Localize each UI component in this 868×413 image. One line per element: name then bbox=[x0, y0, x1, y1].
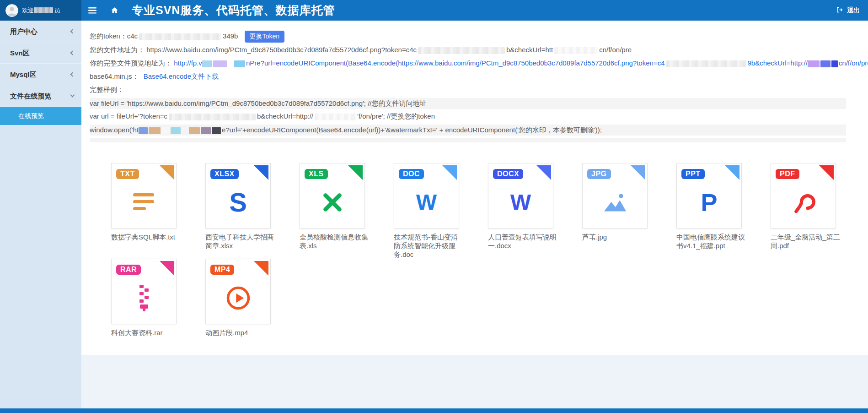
hamburger-menu-icon[interactable] bbox=[81, 0, 103, 21]
sidebar-item-label: 用户中心 bbox=[10, 21, 71, 42]
file-type-badge: XLS bbox=[305, 169, 328, 179]
letter-w-icon: W bbox=[416, 191, 437, 213]
file-item[interactable]: DOCXW人口普查短表填写说明一.docx bbox=[488, 163, 553, 259]
folded-corner-icon bbox=[631, 165, 645, 180]
file-item[interactable]: DOCW技术规范书-香山变消防系统智能化升级服务.doc bbox=[394, 163, 459, 259]
folded-corner-icon bbox=[254, 165, 268, 180]
file-card[interactable]: DOCW bbox=[394, 163, 459, 228]
file-item[interactable]: PPTP中国电信鹰眼系统建议书v4.1_福建.ppt bbox=[676, 163, 742, 259]
token-line: 您的token：c4c349b 更换Token bbox=[90, 31, 868, 41]
chevron-left-icon bbox=[70, 29, 75, 33]
file-card[interactable]: TXT bbox=[111, 163, 177, 228]
info-section: 您的token：c4c349b 更换Token 您的文件地址为： https:/… bbox=[81, 21, 868, 142]
file-grid: TXT数据字典SQL脚本.txtXLSXS西安电子科技大学招商简章.xlsxXL… bbox=[81, 163, 868, 337]
mosaic-blur bbox=[554, 47, 598, 54]
base64-label: base64.min.js： bbox=[90, 72, 139, 80]
letter-w-icon: W bbox=[510, 191, 531, 213]
sidebar-item-label: Mysql区 bbox=[10, 64, 71, 85]
file-name: 数据字典SQL脚本.txt bbox=[111, 233, 181, 241]
mosaic-blur bbox=[808, 60, 820, 67]
file-card[interactable]: PPTP bbox=[676, 163, 742, 228]
file-type-badge: MP4 bbox=[210, 265, 234, 275]
file-card[interactable]: JPG bbox=[582, 163, 648, 228]
code-line-2: var url = fileUrl+'?token=cb&checkUrl=ht… bbox=[90, 111, 868, 121]
divider bbox=[90, 138, 846, 142]
file-url-label: 您的文件地址为： bbox=[90, 46, 145, 54]
file-item[interactable]: XLSXS西安电子科技大学招商简章.xlsx bbox=[205, 163, 271, 259]
mosaic-blur bbox=[169, 114, 256, 120]
chevron-left-icon bbox=[70, 50, 75, 55]
mosaic-blur bbox=[189, 127, 200, 134]
folded-corner-icon bbox=[348, 165, 363, 180]
mosaic-blur bbox=[212, 127, 221, 134]
sidebar-subitem-online-preview[interactable]: 在线预览 bbox=[0, 107, 81, 125]
file-card[interactable]: XLS bbox=[300, 163, 365, 228]
topbar-user-area: 欢迎员 bbox=[0, 0, 81, 21]
mosaic-blur bbox=[418, 47, 505, 54]
sidebar-item-mysql[interactable]: Mysql区 bbox=[0, 64, 81, 85]
file-name: 中国电信鹰眼系统建议书v4.1_福建.ppt bbox=[676, 233, 746, 250]
mosaic-blur bbox=[234, 60, 245, 67]
mosaic-blur bbox=[315, 114, 356, 120]
file-type-badge: PDF bbox=[776, 169, 799, 179]
base64-download-link[interactable]: Base64.encode文件下载 bbox=[144, 72, 219, 80]
code-line-1: var fileUrl = 'https://www.baidu.com/img… bbox=[90, 98, 846, 109]
file-name: 动画片段.mp4 bbox=[205, 328, 275, 337]
file-item[interactable]: TXT数据字典SQL脚本.txt bbox=[111, 163, 177, 259]
zipper-icon bbox=[134, 284, 154, 312]
folded-corner-icon bbox=[442, 165, 457, 180]
page-title: 专业SVN服务、代码托管、数据库托管 bbox=[132, 3, 335, 18]
code-line-3: window.open('hte?url='+encodeURIComponen… bbox=[90, 125, 846, 136]
folded-corner-icon bbox=[536, 165, 551, 180]
logout-label: 退出 bbox=[847, 6, 860, 15]
home-icon[interactable] bbox=[103, 0, 125, 21]
file-name: 二年级_全脑活动_第三周.pdf bbox=[771, 233, 840, 250]
folded-corner-icon bbox=[160, 165, 174, 180]
folded-corner-icon bbox=[725, 165, 739, 180]
main-content: 您的token：c4c349b 更换Token 您的文件地址为： https:/… bbox=[81, 21, 868, 408]
change-token-button[interactable]: 更换Token bbox=[245, 31, 284, 43]
file-card[interactable]: DOCXW bbox=[488, 163, 553, 228]
sample-label-line: 完整样例： bbox=[90, 85, 868, 95]
sidebar-item-svn[interactable]: Svn区 bbox=[0, 42, 81, 64]
footer-bar bbox=[0, 408, 868, 413]
file-name: 人口普查短表填写说明一.docx bbox=[488, 233, 557, 250]
letter-s-icon: S bbox=[229, 189, 247, 216]
sidebar-item-label: 文件在线预览 bbox=[10, 85, 71, 107]
play-circle-icon bbox=[225, 285, 252, 311]
file-type-badge: DOC bbox=[399, 169, 424, 179]
top-bar: 欢迎员 专业SVN服务、代码托管、数据库托管 退出 bbox=[0, 0, 868, 21]
sidebar-item-file-preview[interactable]: 文件在线预览 bbox=[0, 85, 81, 107]
file-type-badge: PPT bbox=[681, 169, 705, 179]
file-name: 科创大赛资料.rar bbox=[111, 328, 181, 337]
mosaic-blur bbox=[202, 60, 212, 67]
mosaic-blur bbox=[213, 60, 227, 67]
mosaic-blur bbox=[201, 127, 211, 134]
sidebar: 用户中心 Svn区 Mysql区 文件在线预览 在线预览 bbox=[0, 21, 81, 408]
file-name: 技术规范书-香山变消防系统智能化升级服务.doc bbox=[394, 233, 463, 259]
file-item[interactable]: XLS全员核酸检测信息收集表.xls bbox=[300, 163, 365, 259]
file-card[interactable]: PDF bbox=[771, 163, 836, 228]
image-mountains-icon bbox=[602, 191, 628, 214]
file-card[interactable]: MP4 bbox=[205, 259, 271, 324]
mosaic-blur bbox=[831, 60, 838, 67]
preview-url-label: 你的完整文件预览地址为： bbox=[90, 59, 172, 67]
mosaic-blur bbox=[666, 60, 746, 67]
file-card[interactable]: XLSXS bbox=[205, 163, 271, 228]
sidebar-item-user-center[interactable]: 用户中心 bbox=[0, 21, 81, 42]
file-item[interactable]: PDF二年级_全脑活动_第三周.pdf bbox=[771, 163, 836, 259]
chevron-down-icon bbox=[70, 92, 75, 97]
folded-corner-icon bbox=[819, 165, 834, 180]
chevron-left-icon bbox=[70, 72, 75, 76]
file-item[interactable]: JPG芦苇.jpg bbox=[582, 163, 648, 259]
file-card[interactable]: RAR bbox=[111, 259, 177, 324]
logout-button[interactable]: 退出 bbox=[836, 6, 868, 15]
file-type-badge: RAR bbox=[116, 265, 141, 275]
preview-url-link[interactable]: http://fp.vnPre?url=encodeURIComponent(B… bbox=[174, 59, 868, 67]
preview-url-line: 你的完整文件预览地址为： http://fp.vnPre?url=encodeU… bbox=[90, 58, 868, 68]
mosaic-blur bbox=[139, 127, 148, 134]
file-item[interactable]: MP4动画片段.mp4 bbox=[205, 259, 271, 337]
sign-out-icon bbox=[836, 6, 843, 15]
file-name: 全员核酸检测信息收集表.xls bbox=[300, 233, 369, 250]
file-item[interactable]: RAR科创大赛资料.rar bbox=[111, 259, 177, 337]
